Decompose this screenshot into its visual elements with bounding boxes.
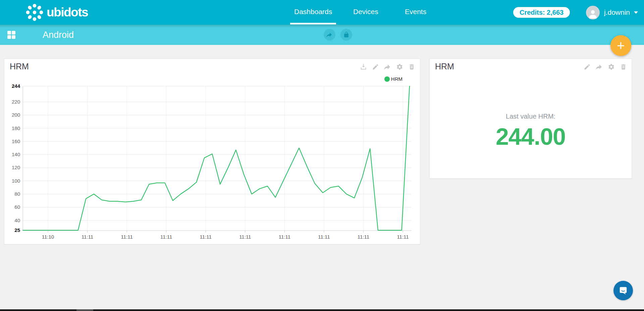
x-axis-label: 11:11: [318, 234, 330, 240]
user-menu[interactable]: j.downin: [586, 0, 638, 25]
trash-icon: [620, 63, 627, 70]
last-value-number: 244.00: [430, 123, 632, 150]
x-axis-label: 11:11: [160, 234, 172, 240]
ubidots-logo-icon: [25, 3, 44, 21]
y-axis-label: 140: [12, 151, 20, 157]
share-icon: [596, 63, 603, 70]
y-axis-label: 120: [12, 165, 20, 170]
person-icon: [587, 8, 598, 19]
top-navbar: ubidots Dashboards Devices Events Credit…: [0, 0, 644, 25]
y-axis-label: 220: [12, 99, 20, 105]
add-widget-button[interactable]: +: [610, 35, 631, 56]
delete-button[interactable]: [620, 63, 627, 70]
y-axis-label: 180: [12, 125, 20, 131]
dashboard-header: Android: [0, 25, 644, 45]
y-axis-label: 100: [12, 178, 20, 184]
x-axis-label: 11:11: [200, 234, 212, 240]
share-icon: [326, 32, 333, 38]
x-axis-label: 11:11: [397, 234, 409, 240]
y-axis-label: 25: [14, 227, 20, 233]
username: j.downin: [604, 8, 630, 16]
x-axis-label: 11:11: [358, 234, 369, 240]
x-axis-label: 11:11: [239, 234, 251, 240]
share-dashboard-button[interactable]: [324, 29, 335, 41]
widget-title: HRM: [435, 62, 454, 71]
lock-open-icon: [343, 32, 350, 38]
scrollbar-thumb[interactable]: [76, 309, 93, 311]
hrm-metric-widget: HRM Last value HRM: 244.00: [429, 59, 632, 179]
gear-icon: [608, 63, 615, 70]
edit-button[interactable]: [584, 63, 591, 70]
series-line-hrm: [23, 86, 410, 230]
y-axis-label: 60: [14, 204, 20, 210]
nav-tab-devices[interactable]: Devices: [353, 0, 378, 25]
lock-dashboard-button[interactable]: [340, 29, 352, 41]
y-axis-label: 80: [14, 191, 20, 197]
nav-tab-events[interactable]: Events: [405, 0, 426, 25]
hrm-chart-widget: HRM HRM 11:1011:1111:1111:1111:1111:1111…: [4, 59, 420, 244]
chat-bubble-icon: [618, 286, 628, 296]
y-axis-label: 160: [12, 138, 20, 144]
dashboard-title: Android: [43, 25, 74, 45]
y-axis-label: 40: [14, 217, 20, 223]
share-button[interactable]: [596, 63, 603, 70]
x-axis-label: 11:11: [82, 234, 93, 240]
brand-name: ubidots: [47, 5, 88, 19]
widget-toolbar: [584, 63, 627, 70]
nav-tab-dashboards[interactable]: Dashboards: [294, 0, 332, 25]
x-axis-label: 11:11: [279, 234, 290, 240]
x-axis-label: 11:11: [121, 234, 132, 240]
x-axis-label: 11:10: [42, 234, 54, 240]
dashboards-grid-icon[interactable]: [7, 31, 15, 39]
avatar: [586, 6, 600, 19]
ubidots-logo[interactable]: ubidots: [25, 3, 88, 21]
last-value-label: Last value HRM:: [430, 113, 632, 120]
y-axis-label: 200: [12, 112, 20, 118]
y-axis-label: 244: [12, 83, 20, 89]
chevron-down-icon: [634, 11, 638, 14]
pencil-icon: [584, 63, 591, 70]
horizontal-scrollbar[interactable]: [0, 309, 644, 311]
credits-badge[interactable]: Credits: 2,663: [513, 7, 570, 18]
settings-button[interactable]: [608, 63, 615, 70]
intercom-chat-button[interactable]: [613, 281, 633, 300]
hrm-line-chart: 11:1011:1111:1111:1111:1111:1111:1111:11…: [4, 59, 421, 245]
